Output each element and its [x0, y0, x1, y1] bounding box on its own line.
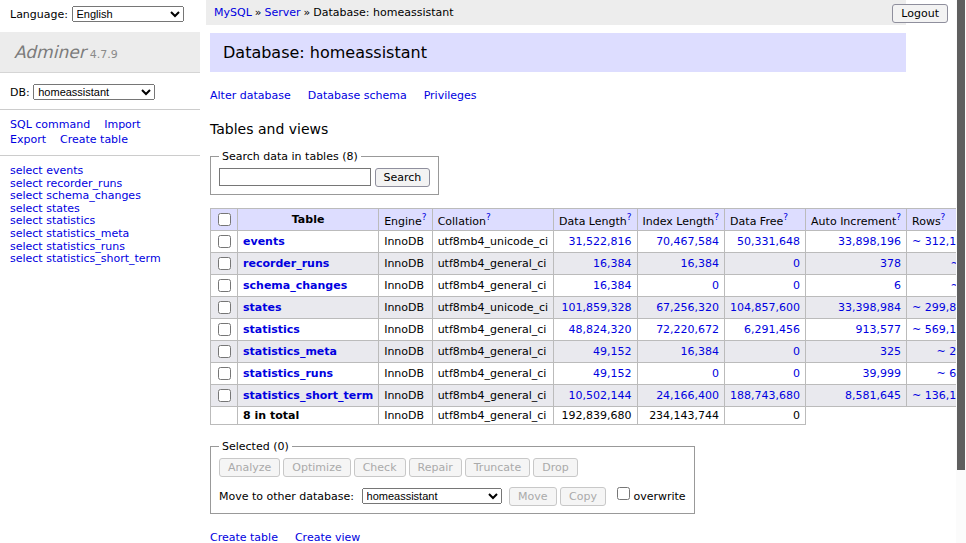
row-checkbox-events[interactable]	[218, 235, 231, 248]
search-input[interactable]	[219, 168, 371, 186]
sidebar-action-import[interactable]: Import	[104, 117, 141, 132]
breadcrumb-mysql-link[interactable]: MySQL	[214, 6, 252, 19]
sidebar-action-export[interactable]: Export	[10, 132, 46, 147]
table-row: schema_changesInnoDButf8mb4_general_ci16…	[211, 275, 966, 297]
auto-increment-cell: 8,581,645	[806, 385, 907, 407]
sidebar-table-links: select eventsselect recorder_runsselect …	[0, 156, 200, 275]
db-link-alter-database[interactable]: Alter database	[210, 89, 291, 102]
data-length-cell: 10,502,144	[554, 385, 637, 407]
row-checkbox-schema_changes[interactable]	[218, 279, 231, 292]
row-checkbox-statistics_runs[interactable]	[218, 367, 231, 380]
sidebar-select-schema-changes[interactable]: select schema_changes	[10, 190, 190, 203]
data-free-cell: 104,857,600	[725, 297, 806, 319]
table-link-states[interactable]: states	[243, 301, 282, 314]
engine-cell: InnoDB	[379, 231, 432, 253]
total-collation: utf8mb4_general_ci	[432, 407, 553, 425]
breadcrumb-current: Database: homeassistant	[313, 6, 453, 19]
app-header: Adminer4.7.9	[0, 32, 200, 73]
table-row: eventsInnoDButf8mb4_unicode_ci31,522,816…	[211, 231, 966, 253]
table-row: statistics_short_termInnoDButf8mb4_gener…	[211, 385, 966, 407]
engine-cell: InnoDB	[379, 363, 432, 385]
db-link-privileges[interactable]: Privileges	[424, 89, 477, 102]
index-length-cell: 0	[637, 275, 725, 297]
scrollbar-thumb[interactable]	[957, 0, 965, 470]
table-link-recorder_runs[interactable]: recorder_runs	[243, 257, 329, 270]
tables-overview-table: TableEngine?Collation?Data Length?Index …	[210, 208, 966, 425]
db-label: DB:	[10, 86, 30, 99]
table-link-events[interactable]: events	[243, 235, 285, 248]
breadcrumb-server-link[interactable]: Server	[265, 6, 301, 19]
drop-button[interactable]: Drop	[533, 458, 577, 477]
move-button[interactable]: Move	[509, 487, 557, 506]
index-length-cell: 0	[637, 363, 725, 385]
help-icon[interactable]: ?	[896, 212, 901, 222]
table-link-schema_changes[interactable]: schema_changes	[243, 279, 347, 292]
sidebar-action-sql-command[interactable]: SQL command	[10, 117, 90, 132]
column-header-index-length: Index Length?	[637, 209, 725, 231]
table-link-statistics_runs[interactable]: statistics_runs	[243, 367, 333, 380]
main-content: MySQL»Server»Database: homeassistant Dat…	[206, 0, 906, 543]
auto-increment-cell: 39,999	[806, 363, 907, 385]
help-icon[interactable]: ?	[422, 212, 427, 222]
data-free-cell: 188,743,680	[725, 385, 806, 407]
sidebar-select-statistics-short-term[interactable]: select statistics_short_term	[10, 253, 190, 266]
select-all-checkbox[interactable]	[218, 213, 231, 226]
table-row: statistics_runsInnoDButf8mb4_general_ci4…	[211, 363, 966, 385]
collation-cell: utf8mb4_general_ci	[432, 385, 553, 407]
db-selector-row: DB: homeassistant	[0, 73, 200, 109]
row-checkbox-statistics_short_term[interactable]	[218, 389, 231, 402]
overwrite-checkbox[interactable]	[617, 487, 630, 500]
app-logo: Adminer	[14, 42, 86, 62]
move-label: Move to other database:	[219, 490, 354, 503]
sidebar-select-events[interactable]: select events	[10, 165, 190, 178]
repair-button[interactable]: Repair	[409, 458, 462, 477]
language-select[interactable]: English	[72, 6, 184, 22]
total-data-length: 192,839,680	[554, 407, 637, 425]
table-link-statistics_short_term[interactable]: statistics_short_term	[243, 389, 373, 402]
collation-cell: utf8mb4_general_ci	[432, 319, 553, 341]
index-length-cell: 16,384	[637, 341, 725, 363]
search-button[interactable]: Search	[375, 168, 431, 187]
create-link-create-view[interactable]: Create view	[295, 531, 360, 543]
help-icon[interactable]: ?	[941, 212, 946, 222]
search-legend: Search data in tables (8)	[219, 150, 361, 163]
move-row: Move to other database: homeassistant Mo…	[219, 484, 686, 506]
row-checkbox-recorder_runs[interactable]	[218, 257, 231, 270]
truncate-button[interactable]: Truncate	[465, 458, 530, 477]
copy-button[interactable]: Copy	[560, 487, 606, 506]
check-button[interactable]: Check	[354, 458, 406, 477]
engine-cell: InnoDB	[379, 319, 432, 341]
collation-cell: utf8mb4_unicode_ci	[432, 231, 553, 253]
row-checkbox-statistics[interactable]	[218, 323, 231, 336]
column-header-auto-increment: Auto Increment?	[806, 209, 907, 231]
auto-increment-cell: 325	[806, 341, 907, 363]
optimize-button[interactable]: Optimize	[283, 458, 350, 477]
db-link-database-schema[interactable]: Database schema	[308, 89, 407, 102]
help-icon[interactable]: ?	[486, 212, 491, 222]
row-checkbox-statistics_meta[interactable]	[218, 345, 231, 358]
logout-button[interactable]: Logout	[892, 4, 948, 23]
data-free-cell: 0	[725, 275, 806, 297]
table-total-row: 8 in totalInnoDButf8mb4_general_ci192,83…	[211, 407, 966, 425]
table-link-statistics_meta[interactable]: statistics_meta	[243, 345, 337, 358]
help-icon[interactable]: ?	[783, 212, 788, 222]
move-db-select[interactable]: homeassistant	[362, 488, 502, 504]
index-length-cell: 67,256,320	[637, 297, 725, 319]
help-icon[interactable]: ?	[714, 212, 719, 222]
analyze-button[interactable]: Analyze	[219, 458, 280, 477]
help-icon[interactable]: ?	[627, 212, 632, 222]
sidebar-select-statistics-meta[interactable]: select statistics_meta	[10, 228, 190, 241]
overwrite-option[interactable]: overwrite	[613, 490, 685, 503]
data-free-cell: 0	[725, 363, 806, 385]
auto-increment-cell: 913,577	[806, 319, 907, 341]
table-link-statistics[interactable]: statistics	[243, 323, 300, 336]
column-header-data-length: Data Length?	[554, 209, 637, 231]
db-select[interactable]: homeassistant	[33, 84, 155, 100]
create-link-create-table[interactable]: Create table	[210, 531, 278, 543]
index-length-cell: 72,220,672	[637, 319, 725, 341]
row-checkbox-states[interactable]	[218, 301, 231, 314]
breadcrumb-separator: »	[255, 6, 262, 19]
sidebar-action-create-table[interactable]: Create table	[60, 132, 128, 147]
sidebar: Language: English Adminer4.7.9 DB: homea…	[0, 0, 200, 543]
auto-increment-cell: 378	[806, 253, 907, 275]
